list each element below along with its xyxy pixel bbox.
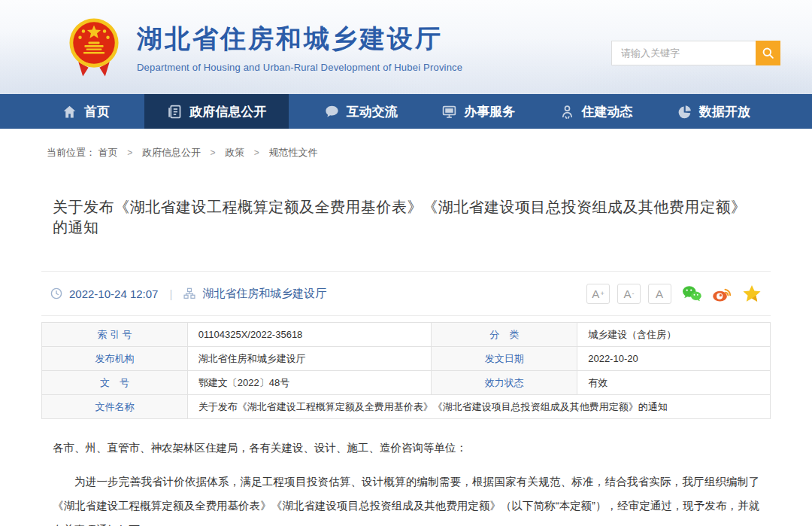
search-box bbox=[611, 41, 780, 65]
breadcrumb-separator: > bbox=[211, 147, 216, 158]
main-nav: 首页 政府信息公开 互动交流 bbox=[0, 94, 812, 129]
nav-item-gov-info[interactable]: 政府信息公开 bbox=[144, 94, 289, 129]
site-header: 湖北省住房和城乡建设厅 Department of Housing and Ur… bbox=[0, 0, 812, 94]
nav-label: 互动交流 bbox=[347, 103, 398, 120]
document-info-table: 索 引 号 01104325X/2022-35618 分 类 城乡建设（含住房）… bbox=[41, 322, 771, 419]
body-paragraph: 为进一步完善我省计价依据体系，满足工程项目投资估算、设计概算的编制需要，根据国家… bbox=[53, 470, 759, 526]
article: 关于发布《湖北省建设工程概算定额及全费用基价表》《湖北省建设项目总投资组成及其他… bbox=[41, 197, 771, 526]
validity-value: 有效 bbox=[577, 371, 771, 395]
breadcrumb-item-home[interactable]: 首页 bbox=[98, 147, 118, 158]
wechat-share-icon[interactable] bbox=[682, 284, 701, 303]
file-title-value: 关于发布《湖北省建设工程概算定额及全费用基价表》《湖北省建设项目总投资组成及其他… bbox=[187, 395, 770, 419]
font-default-button[interactable]: A bbox=[648, 284, 671, 304]
article-body: 各市、州、直管市、神农架林区住建局，各有关建设、设计、施工、造价咨询等单位： 为… bbox=[41, 419, 771, 526]
page: 湖北省住房和城乡建设厅 Department of Housing and Ur… bbox=[0, 0, 812, 526]
nav-label: 政府信息公开 bbox=[189, 103, 266, 120]
breadcrumb-item-gov-info[interactable]: 政府信息公开 bbox=[142, 147, 201, 158]
index-number-label: 索 引 号 bbox=[42, 323, 188, 347]
breadcrumb-label: 当前位置： bbox=[47, 147, 95, 158]
search-icon bbox=[761, 46, 775, 60]
category-value: 城乡建设（含住房） bbox=[577, 323, 771, 347]
qzone-share-icon[interactable] bbox=[742, 284, 762, 303]
breadcrumb-item-normative-docs[interactable]: 规范性文件 bbox=[268, 147, 317, 158]
source-link[interactable]: 湖北省住房和城乡建设厅 bbox=[202, 287, 326, 301]
publish-time: 2022-10-24 12:07 bbox=[69, 287, 158, 300]
chat-bubble-icon bbox=[324, 104, 340, 120]
table-row: 索 引 号 01104325X/2022-35618 分 类 城乡建设（含住房） bbox=[42, 323, 771, 347]
nav-label: 首页 bbox=[84, 103, 110, 120]
font-increase-button[interactable]: A+ bbox=[586, 284, 610, 304]
monitor-icon bbox=[441, 104, 457, 120]
clock-icon bbox=[50, 287, 62, 299]
article-meta-row: 2022-10-24 12:07 | 湖北省住房和城乡建设厅 A+ bbox=[41, 271, 771, 316]
issue-date-label: 发文日期 bbox=[432, 347, 577, 371]
table-row: 文件名称 关于发布《湖北省建设工程概算定额及全费用基价表》《湖北省建设项目总投资… bbox=[42, 395, 771, 419]
nav-item-services[interactable]: 办事服务 bbox=[432, 94, 524, 129]
table-row: 文 号 鄂建文〔2022〕48号 效力状态 有效 bbox=[42, 371, 771, 395]
nav-item-open-data[interactable]: 数据开放 bbox=[668, 94, 759, 129]
issuing-agency-label: 发布机构 bbox=[42, 347, 188, 371]
category-label: 分 类 bbox=[432, 323, 577, 347]
font-decrease-button[interactable]: A- bbox=[617, 284, 641, 304]
home-icon bbox=[62, 104, 77, 120]
doc-number-value: 鄂建文〔2022〕48号 bbox=[187, 371, 432, 395]
search-input[interactable] bbox=[611, 41, 756, 65]
person-badge-icon bbox=[559, 104, 575, 120]
nav-label: 住建动态 bbox=[582, 103, 633, 120]
organization-icon bbox=[183, 287, 195, 299]
salutation-paragraph: 各市、州、直管市、神农架林区住建局，各有关建设、设计、施工、造价咨询等单位： bbox=[53, 436, 759, 460]
table-row: 发布机构 湖北省住房和城乡建设厅 发文日期 2022-10-20 bbox=[42, 347, 771, 371]
nav-item-news[interactable]: 住建动态 bbox=[550, 94, 642, 129]
doc-number-label: 文 号 bbox=[42, 371, 188, 395]
nav-label: 数据开放 bbox=[699, 103, 750, 120]
nav-item-home[interactable]: 首页 bbox=[53, 94, 119, 129]
national-emblem-logo bbox=[66, 16, 122, 79]
breadcrumb-separator: > bbox=[127, 147, 132, 158]
site-subtitle: Department of Housing and Urban-Rural De… bbox=[137, 62, 462, 73]
site-title: 湖北省住房和城乡建设厅 bbox=[137, 22, 462, 56]
index-number-value: 01104325X/2022-35618 bbox=[187, 323, 432, 347]
article-title: 关于发布《湖北省建设工程概算定额及全费用基价表》《湖北省建设项目总投资组成及其他… bbox=[41, 197, 771, 238]
brand-text: 湖北省住房和城乡建设厅 Department of Housing and Ur… bbox=[137, 22, 462, 73]
breadcrumb-item-policy[interactable]: 政策 bbox=[225, 147, 244, 158]
file-title-label: 文件名称 bbox=[42, 395, 188, 419]
document-icon bbox=[167, 104, 183, 120]
issue-date-value: 2022-10-20 bbox=[577, 347, 771, 371]
nav-item-interaction[interactable]: 互动交流 bbox=[315, 94, 407, 129]
issuing-agency-value: 湖北省住房和城乡建设厅 bbox=[187, 347, 432, 371]
pie-chart-icon bbox=[677, 104, 692, 120]
meta-divider: | bbox=[169, 287, 172, 300]
search-button[interactable] bbox=[756, 41, 780, 65]
breadcrumb: 当前位置： 首页 > 政府信息公开 > 政策 > 规范性文件 bbox=[41, 146, 771, 160]
validity-label: 效力状态 bbox=[432, 371, 577, 395]
breadcrumb-separator: > bbox=[254, 147, 259, 158]
weibo-share-icon[interactable] bbox=[712, 284, 732, 303]
nav-label: 办事服务 bbox=[464, 103, 515, 120]
